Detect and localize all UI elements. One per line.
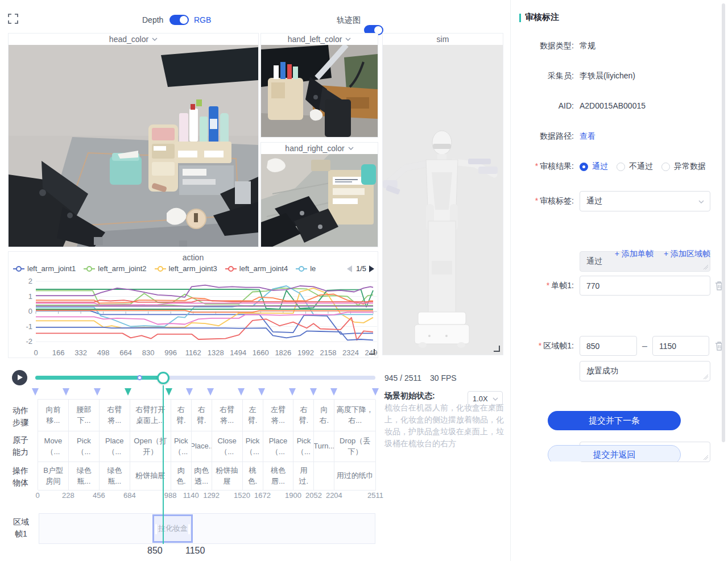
svg-text:1328: 1328 <box>208 348 224 357</box>
legend-series-marker-icon <box>84 268 95 269</box>
row-label-action-steps: 动作步骤 <box>11 405 30 429</box>
add-region-frame-link[interactable]: + 添加区域帧 <box>664 249 710 259</box>
segment-marker[interactable] <box>330 388 337 396</box>
resize-grip-icon[interactable] <box>704 375 708 379</box>
depth-rgb-toggle[interactable] <box>169 15 189 25</box>
segment-marker[interactable] <box>94 388 101 396</box>
radio-option-label[interactable]: 通过 <box>592 161 608 172</box>
object-cell: 桃色唇... <box>263 462 294 491</box>
resize-grip-icon[interactable] <box>704 265 708 269</box>
region-start-number: 850 <box>147 546 163 556</box>
region-end-number: 1150 <box>185 546 205 556</box>
legend-page-indicator: 1/5 <box>356 264 366 273</box>
single-frame-note-textarea[interactable]: 放置成功 <box>580 361 710 381</box>
svg-text:1992: 1992 <box>297 348 314 357</box>
hand-left-camera-title-bar[interactable]: hand_left_color <box>261 34 378 45</box>
radio-selected-icon[interactable] <box>580 163 588 171</box>
legend-series-label: left_arm_joint2 <box>98 264 146 273</box>
action-chart-panel: action left_arm_joint1left_arm_joint2lef… <box>8 251 378 358</box>
field-data-path: 数据路径: 查看 <box>519 131 718 142</box>
table-axis-tick: 1672 <box>254 491 271 500</box>
single-frame-value: 770 <box>586 281 599 290</box>
chevron-down-icon <box>152 38 158 41</box>
legend-series-marker-icon <box>155 268 166 269</box>
action-step-cell: 左臂. <box>243 400 263 431</box>
action-step-cell: 右臂. <box>171 400 192 431</box>
segment-marker[interactable] <box>63 388 69 396</box>
segment-marker[interactable] <box>125 388 131 396</box>
radio-option-icon[interactable] <box>661 163 670 171</box>
region-start-input[interactable]: 850 <box>580 336 637 356</box>
table-axis-tick: 1520 <box>234 491 250 500</box>
segment-marker[interactable] <box>207 388 214 396</box>
segment-marker[interactable] <box>258 388 265 396</box>
legend-series-marker-icon <box>225 268 237 269</box>
action-step-cell: 向前移... <box>38 400 69 431</box>
data-type-label: 数据类型: <box>519 41 574 51</box>
resize-grip-icon[interactable] <box>704 455 708 460</box>
legend-item[interactable]: left_arm_joint3 <box>155 264 217 273</box>
radio-option-icon[interactable] <box>617 163 625 171</box>
row-label-region-frame: 区域帧1 <box>11 516 31 540</box>
region-block-right-handle[interactable] <box>188 524 190 534</box>
legend-prev-page-icon[interactable] <box>347 265 352 272</box>
legend-next-page-icon[interactable] <box>369 265 374 272</box>
add-single-frame-link[interactable]: + 添加单帧 <box>615 249 653 259</box>
segment-marker[interactable] <box>289 388 296 396</box>
legend-item[interactable]: left_arm_joint1 <box>13 264 76 273</box>
svg-text:996: 996 <box>164 348 177 357</box>
atomic-ability-cell: Pick（... <box>243 431 263 462</box>
hand-right-camera-title-bar[interactable]: hand_right_color <box>261 143 378 154</box>
object-cell: 绿色瓶... <box>100 462 130 491</box>
segment-marker[interactable] <box>32 388 39 396</box>
region-block-left-handle[interactable] <box>155 524 157 534</box>
hand-left-camera-panel: hand_left_color <box>260 33 378 138</box>
data-path-link[interactable]: 查看 <box>580 131 595 142</box>
chart-resize-handle[interactable] <box>369 349 375 355</box>
review-tag-select[interactable]: 通过 <box>580 191 710 211</box>
radio-option-label[interactable]: 不通过 <box>629 161 653 172</box>
required-asterisk: * <box>547 281 549 290</box>
svg-text:0: 0 <box>34 348 38 357</box>
single-frame-input[interactable]: 770 <box>580 276 710 296</box>
region-end-value: 1150 <box>659 342 676 351</box>
segment-marker[interactable] <box>310 388 317 396</box>
head-camera-title-bar[interactable]: head_color <box>9 34 258 45</box>
table-axis-tick: 0 <box>35 491 39 500</box>
region-block[interactable]: 拉化妆盒 <box>152 514 193 543</box>
region-track <box>39 513 375 544</box>
object-cell: 绿色瓶... <box>69 462 100 491</box>
hand-right-camera-panel: hand_right_color <box>260 142 378 247</box>
region-end-input[interactable]: 1150 <box>652 336 709 356</box>
play-button[interactable] <box>12 370 27 385</box>
action-step-cell: 右臂. <box>293 400 314 431</box>
submit-back-clip: 提交并返回 <box>548 445 682 462</box>
fullscreen-icon[interactable] <box>8 14 18 24</box>
submit-next-button[interactable]: 提交并下一条 <box>548 411 681 430</box>
segment-marker[interactable] <box>238 388 245 396</box>
submit-back-button[interactable]: 提交并返回 <box>548 445 681 462</box>
hand-right-camera-image <box>261 154 378 247</box>
collector-value: 李轶晨(liyichen) <box>580 71 635 81</box>
row-label-atomic-ability: 原子能力 <box>11 434 30 458</box>
hand-right-camera-title: hand_right_color <box>285 144 344 153</box>
svg-text:1494: 1494 <box>230 348 246 357</box>
segment-marker[interactable] <box>166 388 172 396</box>
table-axis-tick: 1292 <box>203 491 220 500</box>
data-path-label: 数据路径: <box>519 131 574 142</box>
steps-table: 向前移...腰部下...右臂将...右臂打开桌面上...右臂.右臂.右臂将...… <box>38 399 375 490</box>
review-result-label: *审核结果: <box>519 161 574 172</box>
add-links-row: + 添加单帧 + 添加区域帧 <box>580 249 710 259</box>
segment-marker[interactable] <box>186 388 193 396</box>
panel-scrollbar[interactable] <box>722 3 725 442</box>
radio-option-label[interactable]: 异常数据 <box>674 161 706 172</box>
aid-value: A2D0015AB00015 <box>580 101 646 110</box>
legend-item[interactable]: left_arm_joint4 <box>225 264 288 273</box>
segment-marker[interactable] <box>372 388 379 396</box>
sim-resize-handle[interactable] <box>494 346 500 352</box>
annotation-review-app: Depth RGB 轨迹图 head_color <box>0 0 728 561</box>
legend-item[interactable]: left_arm_joint2 <box>84 264 146 273</box>
object-cell: 用过的纸巾 <box>334 462 376 491</box>
timeline-slider-handle[interactable] <box>157 372 169 384</box>
legend-item[interactable]: le <box>296 264 316 273</box>
